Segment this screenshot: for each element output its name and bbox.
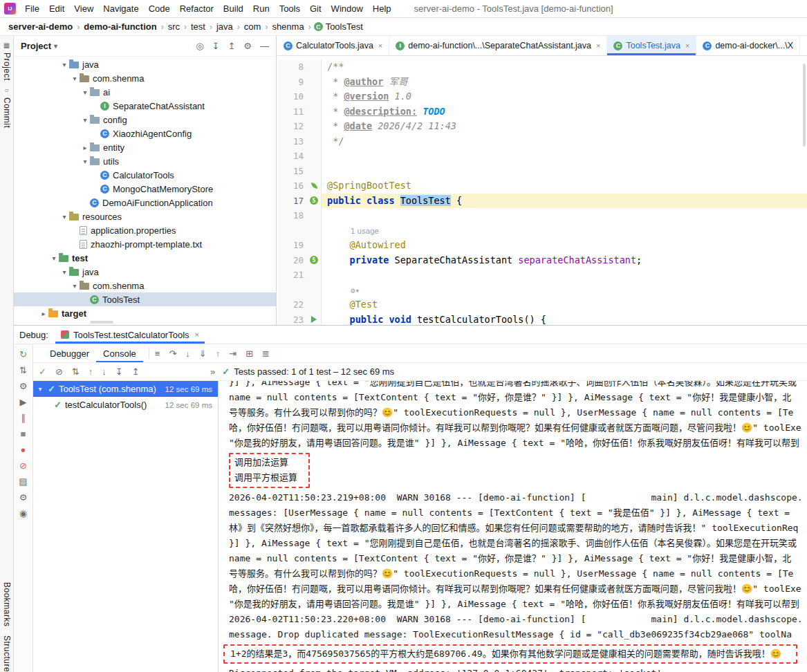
debug-session-tab[interactable]: ToolsTest.testCalculatorTools × (55, 326, 205, 344)
tree-item-test[interactable]: ▾test (14, 251, 276, 265)
chevron-down-icon[interactable]: ▾ (80, 116, 90, 124)
tree-item-ai[interactable]: ▾ai (14, 85, 276, 99)
chevron-right-icon[interactable]: ▸ (80, 144, 90, 151)
restore-layout-icon[interactable]: ⊞ (245, 349, 253, 358)
modify-run-config-icon[interactable]: ⚙ (19, 382, 28, 391)
breadcrumb-item-test[interactable]: test (189, 21, 207, 32)
menu-run[interactable]: Run (248, 3, 275, 14)
menu-navigate[interactable]: Navigate (98, 3, 143, 14)
spring-bean-gutter-icon[interactable]: S (310, 196, 318, 205)
chevron-down-icon[interactable]: ▾ (70, 282, 80, 290)
tab-console[interactable]: Console (96, 344, 143, 362)
tree-item-demoaifunctionapplication[interactable]: CDemoAiFunctionApplication (14, 196, 276, 209)
layout-menu-icon[interactable]: ≡ (155, 349, 160, 358)
chevron-down-icon[interactable]: ▾ (59, 268, 69, 276)
expand-all-icon[interactable]: ↧ (115, 367, 123, 376)
hide-panel-icon[interactable]: — (260, 41, 269, 50)
settings-icon[interactable]: ⚙ (19, 493, 28, 502)
breadcrumb-item-shenma[interactable]: shenma (270, 21, 305, 32)
show-ignored-icon[interactable]: ⊘ (55, 367, 63, 376)
chevron-down-icon[interactable]: ▾ (36, 385, 44, 393)
chevron-right-icon[interactable]: ▸ (39, 310, 48, 317)
chevron-down-icon[interactable]: ▾ (59, 61, 69, 68)
test-tree-item-toolstest-com-shenma[interactable]: ▾✓ToolsTest (com.shenma)12 sec 69 ms (33, 381, 218, 397)
menu-git[interactable]: Git (305, 3, 326, 14)
navigate-stack-icon[interactable]: ⇅ (19, 366, 27, 375)
run-to-cursor-icon[interactable]: ⇥ (229, 349, 236, 358)
settings-icon[interactable]: ⚙ (243, 41, 252, 50)
menu-refactor[interactable]: Refactor (175, 3, 219, 14)
menu-file[interactable]: File (20, 3, 44, 14)
pin-icon[interactable]: ◉ (19, 509, 27, 518)
force-step-into-icon[interactable]: ⇓ (199, 349, 207, 358)
tab-debugger[interactable]: Debugger (43, 344, 96, 362)
locate-file-icon[interactable]: ◎ (196, 41, 203, 50)
tree-item-target[interactable]: ▸target (14, 306, 276, 320)
stop-icon[interactable]: ■ (21, 429, 26, 438)
stripe-button-project[interactable]: ▦Project (2, 41, 12, 81)
rerun-icon[interactable]: ↻ (19, 350, 27, 359)
step-into-icon[interactable]: ↓ (185, 349, 190, 358)
test-tree-item-testcalculatortools[interactable]: ✓testCalculatorTools()12 sec 69 ms (33, 397, 218, 413)
step-over-icon[interactable]: ↷ (169, 349, 176, 358)
tree-item-zhaozhi-prompt-template-txt[interactable]: zhaozhi-prompt-template.txt (14, 237, 276, 251)
breadcrumb-item-java[interactable]: java (215, 21, 234, 32)
usages-inlay-hint[interactable]: 1 usage (351, 227, 379, 235)
stripe-button-bookmarks[interactable]: Bookmarks (2, 579, 12, 627)
tree-item-com-shenma[interactable]: ▾com.shenma (14, 279, 276, 292)
breadcrumb-item-demo-ai-function[interactable]: demo-ai-function (82, 21, 158, 32)
tree-item-application-properties[interactable]: application.properties (14, 223, 276, 237)
chevron-down-icon[interactable]: ▾ (80, 158, 90, 165)
menu-window[interactable]: Window (326, 3, 368, 14)
tree-item-utils[interactable]: ▾utils (14, 154, 276, 168)
breadcrumb-current[interactable]: CToolsTest (314, 21, 363, 32)
editor-scrollbar[interactable] (803, 64, 806, 147)
menu-build[interactable]: Build (219, 3, 248, 14)
breadcrumb-item-server-ai-demo[interactable]: server-ai-demo (7, 21, 74, 32)
tree-item-resources[interactable]: ▾resources (14, 209, 276, 223)
breadcrumb-item-com[interactable]: com (243, 21, 263, 32)
breadcrumb-item-src[interactable]: src (167, 21, 181, 32)
sort-icon[interactable]: ⇅ (72, 367, 80, 376)
project-view-selector[interactable]: Project ▾ (21, 41, 57, 51)
stripe-button-commit[interactable]: ○Commit (2, 86, 12, 128)
thread-dump-icon[interactable]: ▤ (19, 477, 27, 486)
tree-item-toolstest[interactable]: CToolsTest (14, 292, 276, 306)
tree-item-xiaozhiagentconfig[interactable]: CXiaozhiAgentConfig (14, 127, 276, 140)
close-tab-icon[interactable]: × (378, 41, 382, 50)
mute-breakpoints-icon[interactable]: ⊘ (19, 461, 27, 470)
stripe-button-structure[interactable]: Structure (2, 633, 12, 672)
collapse-all-icon[interactable]: ↥ (228, 41, 235, 50)
tree-item-entity[interactable]: ▸entity (14, 140, 276, 154)
resume-icon[interactable]: ▶ (20, 398, 27, 407)
code-editor[interactable]: 8/**9 * @author 军哥10 * @version 1.011 * … (277, 56, 807, 325)
close-icon[interactable]: × (195, 330, 199, 339)
view-options-icon[interactable]: ≣ (262, 349, 270, 358)
menu-help[interactable]: Help (368, 3, 396, 14)
tree-item-com-shenma[interactable]: ▾com.shenma (14, 71, 276, 85)
chevron-down-icon[interactable]: ▾ (49, 254, 59, 262)
spring-bean-gutter-icon[interactable]: S (310, 256, 318, 264)
horizontal-scrollbar[interactable] (90, 321, 113, 324)
tree-item-mongochatmemorystore[interactable]: CMongoChatMemoryStore (14, 182, 276, 196)
view-breakpoints-icon[interactable]: ● (21, 445, 26, 454)
menu-view[interactable]: View (69, 3, 98, 14)
run-test-gutter-icon[interactable] (311, 316, 317, 323)
close-tab-icon[interactable]: × (596, 41, 600, 50)
tree-item-calculatortools[interactable]: CCalculatorTools (14, 168, 276, 182)
intellij-logo-icon[interactable]: IJ (4, 3, 16, 15)
editor-tab-demo-ai-docker-x[interactable]: Cdemo-ai-docker\...\X (696, 36, 800, 55)
previous-failed-test-icon[interactable]: ↑ (89, 367, 93, 376)
tree-item-separatechatassistant[interactable]: ISeparateChatAssistant (14, 99, 276, 113)
editor-tab-demo-ai-function-separatechatassistant-java[interactable]: Idemo-ai-function\...\SeparateChatAssist… (389, 36, 607, 55)
menu-edit[interactable]: Edit (44, 3, 69, 14)
tree-item-java[interactable]: ▾java (14, 265, 276, 279)
menu-tools[interactable]: Tools (275, 3, 305, 14)
console-output[interactable]: }] }, AiMessage { text = "您刚刚提到自己是伍佰，也就是… (219, 381, 807, 672)
inlay-settings-icon[interactable]: ⚙▾ (351, 286, 360, 295)
chevron-down-icon[interactable]: ▾ (70, 75, 80, 82)
chevron-down-icon[interactable]: ▾ (80, 88, 90, 96)
menu-code[interactable]: Code (144, 3, 175, 14)
editor-tab-toolstest-java[interactable]: CToolsTest.java× (607, 36, 696, 55)
close-tab-icon[interactable]: × (685, 41, 689, 50)
